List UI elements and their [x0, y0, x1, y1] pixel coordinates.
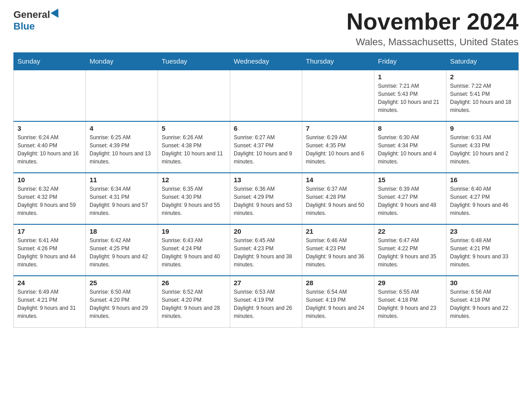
day-info: Sunrise: 6:35 AMSunset: 4:30 PMDaylight:…	[162, 185, 226, 217]
logo-blue-text: Blue	[13, 21, 35, 32]
day-info: Sunrise: 6:47 AMSunset: 4:22 PMDaylight:…	[378, 236, 442, 269]
day-number: 13	[234, 176, 298, 184]
day-info: Sunrise: 6:48 AMSunset: 4:21 PMDaylight:…	[450, 236, 515, 269]
weekday-header-wednesday: Wednesday	[230, 53, 302, 70]
day-info: Sunrise: 6:42 AMSunset: 4:25 PMDaylight:…	[90, 236, 154, 269]
day-number: 19	[162, 227, 226, 235]
day-info: Sunrise: 6:24 AMSunset: 4:40 PMDaylight:…	[17, 133, 82, 166]
calendar-cell: 6Sunrise: 6:27 AMSunset: 4:37 PMDaylight…	[230, 121, 302, 173]
weekday-header-thursday: Thursday	[302, 53, 374, 70]
day-info: Sunrise: 6:41 AMSunset: 4:26 PMDaylight:…	[17, 236, 82, 269]
day-number: 12	[162, 176, 226, 184]
location-subtitle: Wales, Massachusetts, United States	[347, 36, 519, 48]
logo: General Blue	[13, 9, 61, 32]
weekday-header-monday: Monday	[86, 53, 158, 70]
calendar-cell: 16Sunrise: 6:40 AMSunset: 4:27 PMDayligh…	[446, 173, 519, 224]
day-info: Sunrise: 6:55 AMSunset: 4:18 PMDaylight:…	[378, 288, 442, 320]
day-info: Sunrise: 6:31 AMSunset: 4:33 PMDaylight:…	[450, 133, 515, 166]
weekday-header-row: SundayMondayTuesdayWednesdayThursdayFrid…	[14, 53, 519, 70]
day-info: Sunrise: 7:21 AMSunset: 5:43 PMDaylight:…	[378, 82, 442, 114]
calendar-cell: 13Sunrise: 6:36 AMSunset: 4:29 PMDayligh…	[230, 173, 302, 224]
day-info: Sunrise: 6:40 AMSunset: 4:27 PMDaylight:…	[450, 185, 515, 217]
logo-general-text: General	[13, 9, 50, 21]
day-number: 22	[378, 227, 442, 235]
day-number: 3	[17, 124, 82, 132]
day-number: 23	[450, 227, 515, 235]
calendar-cell: 18Sunrise: 6:42 AMSunset: 4:25 PMDayligh…	[86, 224, 158, 276]
day-number: 18	[90, 227, 154, 235]
calendar-cell: 9Sunrise: 6:31 AMSunset: 4:33 PMDaylight…	[446, 121, 519, 173]
day-number: 30	[450, 279, 515, 287]
calendar-cell: 11Sunrise: 6:34 AMSunset: 4:31 PMDayligh…	[86, 173, 158, 224]
calendar-cell: 3Sunrise: 6:24 AMSunset: 4:40 PMDaylight…	[14, 121, 86, 173]
calendar-cell: 24Sunrise: 6:49 AMSunset: 4:21 PMDayligh…	[14, 276, 86, 327]
calendar-cell: 8Sunrise: 6:30 AMSunset: 4:34 PMDaylight…	[374, 121, 446, 173]
header: General Blue November 2024 Wales, Massac…	[13, 9, 519, 48]
calendar-table: SundayMondayTuesdayWednesdayThursdayFrid…	[13, 52, 519, 328]
month-year-title: November 2024	[347, 9, 519, 34]
calendar-cell: 26Sunrise: 6:52 AMSunset: 4:20 PMDayligh…	[158, 276, 230, 327]
calendar-cell: 17Sunrise: 6:41 AMSunset: 4:26 PMDayligh…	[14, 224, 86, 276]
day-info: Sunrise: 6:45 AMSunset: 4:23 PMDaylight:…	[234, 236, 298, 269]
weekday-header-tuesday: Tuesday	[158, 53, 230, 70]
day-number: 2	[450, 73, 515, 81]
day-info: Sunrise: 6:34 AMSunset: 4:31 PMDaylight:…	[90, 185, 154, 217]
calendar-cell: 30Sunrise: 6:56 AMSunset: 4:18 PMDayligh…	[446, 276, 519, 327]
calendar-cell: 2Sunrise: 7:22 AMSunset: 5:41 PMDaylight…	[446, 70, 519, 121]
day-info: Sunrise: 6:37 AMSunset: 4:28 PMDaylight:…	[306, 185, 370, 217]
day-number: 20	[234, 227, 298, 235]
calendar-cell	[230, 70, 302, 121]
day-info: Sunrise: 6:29 AMSunset: 4:35 PMDaylight:…	[306, 133, 370, 166]
calendar-cell: 25Sunrise: 6:50 AMSunset: 4:20 PMDayligh…	[86, 276, 158, 327]
day-info: Sunrise: 6:50 AMSunset: 4:20 PMDaylight:…	[90, 288, 154, 320]
calendar-cell: 10Sunrise: 6:32 AMSunset: 4:32 PMDayligh…	[14, 173, 86, 224]
day-number: 29	[378, 279, 442, 287]
calendar-cell: 14Sunrise: 6:37 AMSunset: 4:28 PMDayligh…	[302, 173, 374, 224]
day-info: Sunrise: 6:53 AMSunset: 4:19 PMDaylight:…	[234, 288, 298, 320]
day-number: 6	[234, 124, 298, 132]
logo-triangle-icon	[51, 9, 62, 20]
day-number: 11	[90, 176, 154, 184]
day-info: Sunrise: 6:46 AMSunset: 4:23 PMDaylight:…	[306, 236, 370, 269]
day-number: 15	[378, 176, 442, 184]
day-number: 7	[306, 124, 370, 132]
day-number: 9	[450, 124, 515, 132]
day-info: Sunrise: 6:25 AMSunset: 4:39 PMDaylight:…	[90, 133, 154, 166]
day-info: Sunrise: 6:30 AMSunset: 4:34 PMDaylight:…	[378, 133, 442, 166]
day-number: 21	[306, 227, 370, 235]
day-number: 17	[17, 227, 82, 235]
day-info: Sunrise: 6:26 AMSunset: 4:38 PMDaylight:…	[162, 133, 226, 166]
calendar-cell: 28Sunrise: 6:54 AMSunset: 4:19 PMDayligh…	[302, 276, 374, 327]
day-number: 24	[17, 279, 82, 287]
day-number: 8	[378, 124, 442, 132]
week-row-3: 10Sunrise: 6:32 AMSunset: 4:32 PMDayligh…	[14, 173, 519, 224]
calendar-cell	[302, 70, 374, 121]
title-area: November 2024 Wales, Massachusetts, Unit…	[347, 9, 519, 48]
day-number: 26	[162, 279, 226, 287]
calendar-cell	[86, 70, 158, 121]
day-info: Sunrise: 7:22 AMSunset: 5:41 PMDaylight:…	[450, 82, 515, 114]
calendar-cell: 20Sunrise: 6:45 AMSunset: 4:23 PMDayligh…	[230, 224, 302, 276]
day-info: Sunrise: 6:49 AMSunset: 4:21 PMDaylight:…	[17, 288, 82, 320]
weekday-header-sunday: Sunday	[14, 53, 86, 70]
day-number: 16	[450, 176, 515, 184]
calendar-cell: 29Sunrise: 6:55 AMSunset: 4:18 PMDayligh…	[374, 276, 446, 327]
day-info: Sunrise: 6:52 AMSunset: 4:20 PMDaylight:…	[162, 288, 226, 320]
day-info: Sunrise: 6:54 AMSunset: 4:19 PMDaylight:…	[306, 288, 370, 320]
day-number: 1	[378, 73, 442, 81]
day-info: Sunrise: 6:43 AMSunset: 4:24 PMDaylight:…	[162, 236, 226, 269]
calendar-cell: 21Sunrise: 6:46 AMSunset: 4:23 PMDayligh…	[302, 224, 374, 276]
calendar-cell: 15Sunrise: 6:39 AMSunset: 4:27 PMDayligh…	[374, 173, 446, 224]
day-number: 27	[234, 279, 298, 287]
day-info: Sunrise: 6:32 AMSunset: 4:32 PMDaylight:…	[17, 185, 82, 217]
calendar-cell: 1Sunrise: 7:21 AMSunset: 5:43 PMDaylight…	[374, 70, 446, 121]
calendar-cell: 12Sunrise: 6:35 AMSunset: 4:30 PMDayligh…	[158, 173, 230, 224]
day-number: 4	[90, 124, 154, 132]
calendar-cell	[14, 70, 86, 121]
calendar-cell: 27Sunrise: 6:53 AMSunset: 4:19 PMDayligh…	[230, 276, 302, 327]
day-number: 5	[162, 124, 226, 132]
week-row-1: 1Sunrise: 7:21 AMSunset: 5:43 PMDaylight…	[14, 70, 519, 121]
calendar-cell: 19Sunrise: 6:43 AMSunset: 4:24 PMDayligh…	[158, 224, 230, 276]
calendar-cell: 5Sunrise: 6:26 AMSunset: 4:38 PMDaylight…	[158, 121, 230, 173]
week-row-4: 17Sunrise: 6:41 AMSunset: 4:26 PMDayligh…	[14, 224, 519, 276]
